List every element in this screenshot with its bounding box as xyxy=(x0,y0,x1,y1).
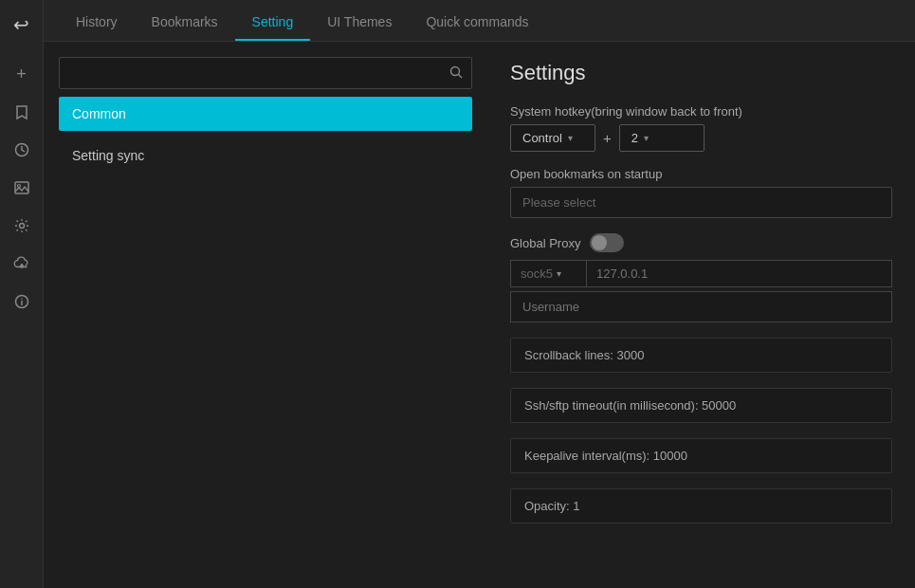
tab-quick-commands[interactable]: Quick commands xyxy=(409,5,545,41)
settings-icon[interactable] xyxy=(5,209,39,243)
sidebar-logo[interactable]: ↩ xyxy=(8,8,35,42)
info-icon[interactable] xyxy=(5,285,39,319)
hotkey-section: System hotkey(bring window back to front… xyxy=(510,104,892,152)
sidebar: ↩ + xyxy=(0,0,44,588)
content-area: Common Setting sync Settings System hotk… xyxy=(44,42,915,588)
plus-separator: + xyxy=(603,130,612,146)
proxy-protocol-select[interactable]: sock5 ▾ xyxy=(510,260,586,287)
chevron-down-icon-3: ▾ xyxy=(557,268,561,279)
list-item-setting-sync[interactable]: Setting sync xyxy=(59,138,472,173)
svg-point-6 xyxy=(21,298,23,300)
scrollback-setting[interactable]: Scrollback lines: 3000 xyxy=(510,338,892,373)
left-panel: Common Setting sync xyxy=(44,42,487,588)
bookmark-icon[interactable] xyxy=(5,95,39,129)
hotkey-key-value: 2 xyxy=(631,131,638,145)
image-icon[interactable] xyxy=(5,171,39,205)
bookmarks-startup-select[interactable]: Please select xyxy=(510,187,892,218)
hotkey-modifier-value: Control xyxy=(522,131,562,145)
opacity-setting[interactable]: Opacity: 1 xyxy=(510,488,892,524)
proxy-protocol-value: sock5 xyxy=(521,266,553,281)
tab-bookmarks[interactable]: Bookmarks xyxy=(135,5,235,41)
list-item-common[interactable]: Common xyxy=(59,97,472,131)
tabbar: History Bookmarks Setting UI Themes Quic… xyxy=(44,0,915,42)
proxy-username-input[interactable] xyxy=(510,291,892,322)
bookmarks-startup-label: Open bookmarks on startup xyxy=(510,167,892,181)
svg-point-2 xyxy=(17,185,20,188)
svg-rect-1 xyxy=(15,182,28,193)
svg-point-3 xyxy=(19,224,24,229)
search-container xyxy=(59,57,472,89)
hotkey-label: System hotkey(bring window back to front… xyxy=(510,104,892,119)
svg-line-8 xyxy=(459,74,463,78)
hotkey-row: Control ▾ + 2 ▾ xyxy=(510,124,892,152)
search-icon xyxy=(449,65,463,82)
tab-history[interactable]: History xyxy=(59,5,135,41)
tab-ui-themes[interactable]: UI Themes xyxy=(310,5,409,41)
hotkey-key-select[interactable]: 2 ▾ xyxy=(619,124,705,152)
svg-point-7 xyxy=(451,66,460,75)
search-input[interactable] xyxy=(59,57,472,89)
add-icon[interactable]: + xyxy=(5,57,39,91)
global-proxy-toggle[interactable] xyxy=(590,233,624,252)
proxy-label-row: Global Proxy xyxy=(510,233,892,252)
hotkey-modifier-select[interactable]: Control ▾ xyxy=(510,124,595,152)
bookmarks-startup-placeholder: Please select xyxy=(522,195,595,210)
chevron-down-icon-2: ▾ xyxy=(644,133,649,143)
keepalive-setting[interactable]: Keepalive interval(ms): 10000 xyxy=(510,438,892,473)
ssh-timeout-setting[interactable]: Ssh/sftp timeout(in millisecond): 50000 xyxy=(510,388,892,423)
main-container: History Bookmarks Setting UI Themes Quic… xyxy=(44,0,915,588)
tab-setting[interactable]: Setting xyxy=(235,5,311,41)
chevron-down-icon: ▾ xyxy=(568,133,573,143)
bookmarks-startup-section: Open bookmarks on startup Please select xyxy=(510,167,892,218)
global-proxy-label: Global Proxy xyxy=(510,236,580,250)
settings-title: Settings xyxy=(510,61,892,85)
global-proxy-section: Global Proxy sock5 ▾ xyxy=(510,233,892,322)
cloud-icon[interactable] xyxy=(5,247,39,281)
history-icon[interactable] xyxy=(5,133,39,167)
right-panel: Settings System hotkey(bring window back… xyxy=(487,42,915,588)
proxy-ip-input[interactable] xyxy=(586,260,892,287)
